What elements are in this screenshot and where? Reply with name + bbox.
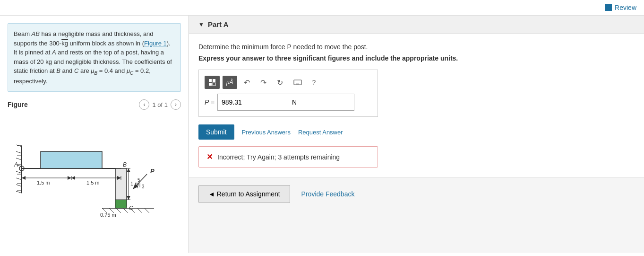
problem-text: Beam AB has a negligible mass and thickn…	[8, 23, 181, 92]
svg-rect-59	[213, 83, 215, 86]
question-text: Determine the minimum force P needed to …	[198, 43, 635, 51]
error-box: ✕ Incorrect; Try Again; 3 attempts remai…	[198, 146, 378, 168]
grid-toolbar-btn[interactable]	[205, 76, 220, 89]
svg-text:4: 4	[136, 184, 138, 189]
error-x-icon: ✕	[206, 152, 213, 161]
mu-icon: μÅ	[226, 79, 233, 86]
part-header: ▼ Part A	[189, 16, 644, 34]
svg-line-8	[16, 151, 22, 153]
svg-rect-58	[209, 83, 212, 86]
problem-description: Beam AB has a negligible mass and thickn…	[14, 29, 175, 86]
redo-btn[interactable]: ↷	[257, 76, 270, 89]
mu-toolbar-btn[interactable]: μÅ	[223, 76, 237, 89]
svg-rect-30	[115, 200, 127, 208]
refresh-btn[interactable]: ↻	[273, 76, 287, 89]
review-link[interactable]: Review	[605, 4, 636, 11]
figure-section: Figure ‹ 1 of 1 ›	[8, 99, 181, 221]
review-label: Review	[615, 4, 636, 11]
svg-marker-43	[71, 176, 75, 180]
figure-next-btn[interactable]: ›	[171, 99, 181, 110]
svg-text:B: B	[123, 161, 127, 168]
bottom-bar: ◄ Return to Assignment Provide Feedback	[189, 177, 644, 211]
answer-toolbar: μÅ ↶ ↷ ↻	[205, 76, 372, 89]
main-layout: Beam AB has a negligible mass and thickn…	[0, 16, 644, 253]
figure-page: 1 of 1	[152, 101, 168, 108]
answer-label: P =	[205, 98, 215, 106]
submit-row: Submit Previous Answers Request Answer	[198, 124, 635, 140]
figure-title: Figure	[8, 101, 28, 108]
provide-feedback-link[interactable]: Provide Feedback	[301, 190, 355, 198]
answer-units-input[interactable]	[288, 94, 354, 111]
svg-line-14	[16, 191, 22, 193]
help-btn[interactable]: ?	[309, 76, 320, 89]
answer-box: μÅ ↶ ↷ ↻	[198, 70, 378, 117]
right-panel: ▼ Part A Determine the minimum force P n…	[189, 16, 644, 253]
figure-canvas: A B C	[8, 117, 182, 221]
svg-rect-57	[213, 79, 215, 82]
svg-text:1.5 m: 1.5 m	[86, 180, 100, 185]
figure-prev-btn[interactable]: ‹	[139, 99, 149, 110]
submit-button[interactable]: Submit	[198, 124, 234, 140]
svg-line-13	[16, 185, 22, 186]
answer-input-row: P =	[205, 94, 372, 111]
svg-text:5: 5	[137, 177, 140, 183]
keyboard-btn[interactable]	[290, 76, 306, 89]
return-button[interactable]: ◄ Return to Assignment	[198, 185, 290, 203]
svg-line-26	[123, 208, 128, 213]
svg-marker-41	[22, 176, 26, 180]
svg-text:1.5 m: 1.5 m	[37, 180, 50, 185]
review-icon	[605, 4, 612, 11]
collapse-arrow-icon[interactable]: ▼	[198, 21, 204, 28]
left-panel: Beam AB has a negligible mass and thickn…	[0, 16, 189, 253]
part-title: Part A	[208, 20, 229, 28]
top-bar: Review	[0, 0, 644, 16]
svg-text:3: 3	[142, 184, 145, 189]
svg-marker-42	[68, 176, 71, 180]
help-icon: ?	[312, 79, 316, 86]
figure-svg: A B C	[8, 117, 182, 221]
svg-line-12	[16, 178, 22, 180]
figure-nav: ‹ 1 of 1 ›	[139, 99, 181, 110]
svg-marker-50	[127, 196, 130, 200]
figure-header: Figure ‹ 1 of 1 ›	[8, 99, 181, 110]
previous-answers-link[interactable]: Previous Answers	[242, 129, 291, 136]
svg-rect-18	[41, 151, 102, 168]
answer-value-input[interactable]	[217, 94, 288, 111]
svg-line-25	[116, 208, 121, 213]
svg-line-29	[145, 208, 149, 213]
part-content: Determine the minimum force P needed to …	[189, 34, 644, 177]
undo-btn[interactable]: ↶	[240, 76, 254, 89]
svg-text:A: A	[14, 161, 18, 168]
svg-line-9	[16, 158, 22, 160]
svg-marker-49	[127, 168, 130, 172]
svg-line-28	[137, 208, 142, 213]
svg-text:0.75 m: 0.75 m	[100, 212, 116, 218]
svg-rect-56	[209, 79, 212, 82]
error-message: Incorrect; Try Again; 3 attempts remaini…	[217, 153, 340, 161]
svg-text:P: P	[150, 168, 155, 175]
svg-line-11	[16, 171, 22, 173]
question-instruction: Express your answer to three significant…	[198, 54, 635, 62]
request-answer-link[interactable]: Request Answer	[298, 129, 343, 136]
